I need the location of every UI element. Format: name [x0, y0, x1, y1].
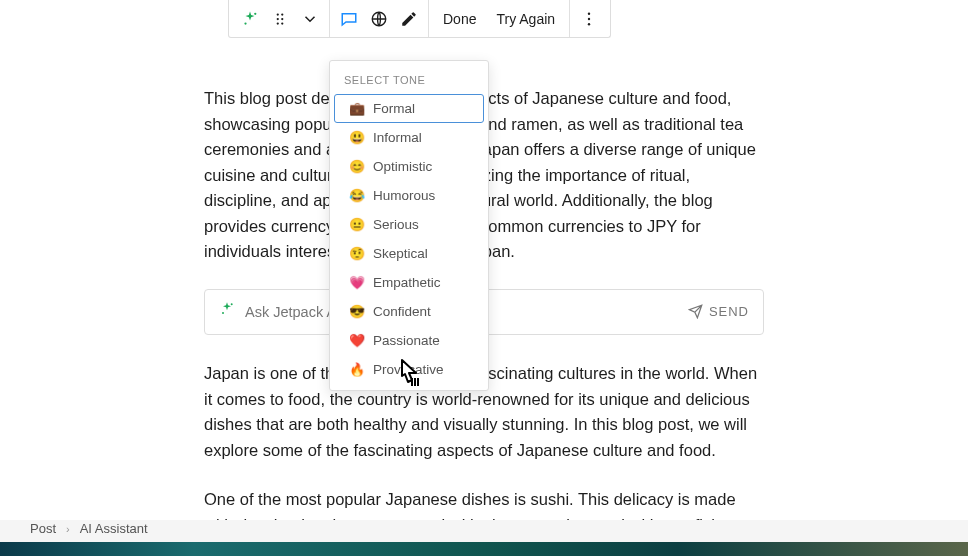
breadcrumb: Post › AI Assistant — [30, 521, 148, 536]
svg-point-3 — [281, 13, 283, 15]
tone-label: Informal — [373, 130, 422, 145]
more-options-icon[interactable] — [574, 4, 604, 34]
ai-logo-icon[interactable] — [235, 4, 265, 34]
tone-label: Passionate — [373, 333, 440, 348]
svg-point-5 — [281, 17, 283, 19]
tone-label: Optimistic — [373, 159, 432, 174]
tone-emoji: 😃 — [349, 130, 365, 145]
tone-popover: SELECT TONE 💼Formal😃Informal😊Optimistic😂… — [329, 60, 489, 391]
chevron-right-icon: › — [66, 523, 70, 535]
tone-label: Provocative — [373, 362, 444, 377]
tone-emoji: 😂 — [349, 188, 365, 203]
svg-point-4 — [277, 17, 279, 19]
svg-point-10 — [588, 17, 590, 19]
try-again-button[interactable]: Try Again — [486, 11, 565, 27]
drag-handle-icon[interactable] — [265, 4, 295, 34]
ai-sparkle-icon — [219, 301, 235, 323]
tone-option-provocative[interactable]: 🔥Provocative — [334, 355, 484, 384]
svg-point-9 — [588, 12, 590, 14]
tone-emoji: 🤨 — [349, 246, 365, 261]
svg-point-1 — [244, 22, 246, 24]
tone-option-empathetic[interactable]: 💗Empathetic — [334, 268, 484, 297]
tone-emoji: 😐 — [349, 217, 365, 232]
send-button[interactable]: SEND — [688, 302, 749, 322]
tone-option-formal[interactable]: 💼Formal — [334, 94, 484, 123]
tone-option-informal[interactable]: 😃Informal — [334, 123, 484, 152]
svg-point-6 — [277, 22, 279, 24]
tone-label: Skeptical — [373, 246, 428, 261]
footer-gradient — [0, 542, 968, 556]
tone-option-serious[interactable]: 😐Serious — [334, 210, 484, 239]
tone-label: Empathetic — [373, 275, 441, 290]
svg-point-2 — [277, 13, 279, 15]
tone-label: Serious — [373, 217, 419, 232]
breadcrumb-current[interactable]: AI Assistant — [80, 521, 148, 536]
tone-label: Formal — [373, 101, 415, 116]
tone-option-confident[interactable]: 😎Confident — [334, 297, 484, 326]
done-button[interactable]: Done — [433, 11, 486, 27]
tone-option-passionate[interactable]: ❤️Passionate — [334, 326, 484, 355]
tone-popover-title: SELECT TONE — [330, 64, 488, 94]
tone-emoji: 💗 — [349, 275, 365, 290]
svg-point-7 — [281, 22, 283, 24]
paragraph[interactable]: One of the most popular Japanese dishes … — [204, 487, 764, 520]
tone-label: Humorous — [373, 188, 435, 203]
tone-emoji: 💼 — [349, 101, 365, 116]
tone-option-skeptical[interactable]: 🤨Skeptical — [334, 239, 484, 268]
tone-emoji: ❤️ — [349, 333, 365, 348]
chat-icon[interactable] — [334, 4, 364, 34]
pencil-icon[interactable] — [394, 4, 424, 34]
breadcrumb-root[interactable]: Post — [30, 521, 56, 536]
globe-icon[interactable] — [364, 4, 394, 34]
svg-point-11 — [588, 23, 590, 25]
svg-point-12 — [231, 303, 233, 305]
tone-emoji: 😊 — [349, 159, 365, 174]
tone-option-humorous[interactable]: 😂Humorous — [334, 181, 484, 210]
svg-point-0 — [254, 12, 256, 14]
svg-point-13 — [222, 312, 224, 314]
tone-emoji: 😎 — [349, 304, 365, 319]
block-toolbar: Done Try Again — [228, 0, 611, 38]
tone-label: Confident — [373, 304, 431, 319]
tone-option-optimistic[interactable]: 😊Optimistic — [334, 152, 484, 181]
send-label: SEND — [709, 302, 749, 322]
ai-input-placeholder: Ask Jetpack AI — [245, 301, 340, 323]
chevron-down-icon[interactable] — [295, 4, 325, 34]
tone-emoji: 🔥 — [349, 362, 365, 377]
